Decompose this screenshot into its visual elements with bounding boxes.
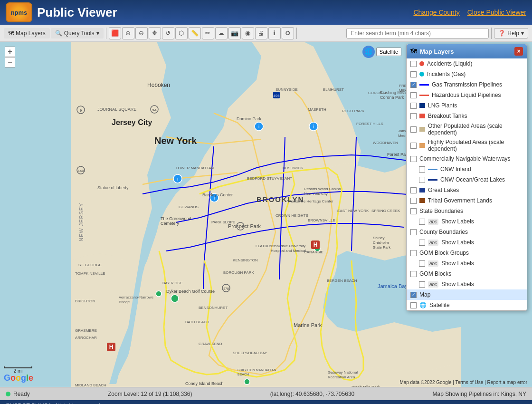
layers-close-btn[interactable]: × [514,47,523,56]
layer-check-incidents[interactable] [410,71,417,77]
layer-check-state_boundaries[interactable] [410,208,417,214]
layer-item-map[interactable]: Map [407,289,527,300]
zoom-controls: + − [5,47,15,67]
print-btn[interactable]: 🖨 [255,27,267,39]
svg-text:495: 495 [273,94,280,98]
layer-color-liquid_pipelines [419,95,429,96]
status-showing: Map Showing Pipelines in: Kings, NY [433,391,526,397]
layer-check-other_populated[interactable] [410,126,417,133]
help-button[interactable]: ❓ Help ▾ [494,28,528,38]
pan-btn[interactable]: ✥ [149,27,161,39]
zoom-out-btn[interactable]: ⊖ [135,27,148,39]
camera-btn[interactable]: 📷 [228,27,241,39]
layer-label-other_populated: Other Populated Areas (scale dependent) [428,123,523,136]
layer-item-state_boundaries[interactable]: State Boundaries [407,206,527,216]
layer-check-gas_pipelines[interactable] [410,82,417,88]
layer-item-cnw_inland[interactable]: CNW Inland [415,164,527,174]
layers-panel: 🗺 Map Layers × Accidents (Liquid)Inciden… [406,44,527,311]
search-input[interactable] [346,28,489,38]
close-viewer-link[interactable]: Close Public Viewer [467,9,526,16]
layer-check-cnw[interactable] [410,156,417,162]
change-county-link[interactable]: Change County [413,9,459,16]
layer-item-tribal[interactable]: Tribal Government Lands [407,195,527,206]
satellite-button[interactable]: Satellite [376,48,401,56]
layer-item-accidents[interactable]: Accidents (Liquid) [407,58,527,69]
query-tools-button[interactable]: 🔍 Query Tools ▾ [51,28,104,38]
status-zoom: Zoom Level: 12 of 19 (1:108,336) [108,391,192,397]
info-btn[interactable]: ℹ [268,27,281,39]
measure-btn[interactable]: 📏 [189,27,201,39]
layer-check-liquid_pipelines[interactable] [410,92,417,98]
toolbar-icon-1[interactable]: 🟥 [109,27,121,39]
layer-check-lng_plants[interactable] [410,103,417,109]
satellite-toggle[interactable]: 🌐 Satellite [362,46,401,58]
layer-color-lng_plants [419,103,425,108]
refresh-btn[interactable]: ↺ [162,27,174,39]
map-container[interactable]: H H H i i i i Hoboken Jersey C [0,42,532,387]
layer-check-gom_block_groups[interactable] [410,250,417,256]
layer-item-cnw[interactable]: Commercially Navigable Waterways [407,154,527,164]
layer-item-state_labels[interactable]: abcShow Labels [415,216,527,227]
layer-check-county_labels[interactable] [419,240,425,246]
layer-item-cnw_ocean[interactable]: CNW Ocean/Great Lakes [415,174,527,185]
layers-header: 🗺 Map Layers × [407,44,527,58]
layer-check-map[interactable] [410,292,417,298]
layer-abc-state_labels: abc [428,219,438,225]
select-btn[interactable]: ⬡ [175,27,188,39]
status-ready: Ready [13,391,30,397]
layer-check-cnw_inland[interactable] [419,166,425,173]
layer-check-breakout_tanks[interactable] [410,113,417,119]
layer-label-gas_pipelines: Gas Transmission Pipelines [432,81,502,88]
layer-check-great_lakes[interactable] [410,187,417,193]
svg-point-10 [255,122,263,131]
layer-check-satellite[interactable] [410,302,417,308]
layer-check-state_labels[interactable] [419,219,425,225]
layer-check-tribal[interactable] [410,198,417,204]
layer-item-liquid_pipelines[interactable]: Hazardous Liquid Pipelines [407,90,527,100]
layer-item-incidents[interactable]: Incidents (Gas) [407,69,527,79]
header-right: Change County Close Public Viewer [413,9,526,16]
layer-item-satellite[interactable]: 🌐Satellite [407,300,527,310]
cloud-btn[interactable]: ☁ [215,27,228,39]
layer-item-highly_populated[interactable]: Highly Populated Areas (scale dependent) [407,137,527,154]
svg-text:BERGEN BEACH: BERGEN BEACH [327,279,357,283]
layer-item-gom_blocks[interactable]: GOM Blocks [407,269,527,279]
zoom-out-map-btn[interactable]: − [5,57,15,67]
svg-text:NEW JERSEY: NEW JERSEY [78,202,84,241]
layer-check-highly_populated[interactable] [410,143,417,149]
layer-check-accidents[interactable] [410,61,417,67]
layer-item-lng_plants[interactable]: LNG Plants [407,100,527,111]
svg-point-16 [210,193,218,202]
layer-check-county_boundaries[interactable] [410,229,417,235]
layer-item-gom_block_labels[interactable]: abcShow Labels [415,258,527,269]
svg-text:Jersey City: Jersey City [112,118,152,126]
zoom-in-map-btn[interactable]: + [5,47,15,57]
layer-item-gom_block_groups[interactable]: GOM Block Groups [407,248,527,258]
google-logo: Google [4,373,33,383]
layer-check-gom_block_labels[interactable] [419,260,425,267]
svg-text:ELMHURST: ELMHURST [323,87,344,92]
svg-rect-4 [311,240,320,249]
layer-check-gom_blocks_labels[interactable] [419,281,425,288]
layer-item-great_lakes[interactable]: Great Lakes [407,185,527,195]
svg-text:SHEEPSHEAD BAY: SHEEPSHEAD BAY [233,351,267,355]
layer-item-breakout_tanks[interactable]: Breakout Tanks [407,111,527,121]
svg-text:BRIGHTON: BRIGHTON [75,299,95,303]
layer-item-county_boundaries[interactable]: County Boundaries [407,227,527,237]
layer-abc-gom_blocks_labels: abc [428,281,438,288]
draw-btn[interactable]: ✏ [202,27,214,39]
layer-check-gom_blocks[interactable] [410,271,417,277]
scale-bar: 2 mi [4,366,32,374]
layer-item-other_populated[interactable]: Other Populated Areas (scale dependent) [407,121,527,137]
layer-item-gom_blocks_labels[interactable]: abcShow Labels [415,279,527,289]
svg-text:State Park: State Park [373,245,391,250]
map-layers-button[interactable]: 🗺 Map Layers [4,28,50,38]
layer-item-county_labels[interactable]: abcShow Labels [415,237,527,248]
svg-text:BRIGHTON MANHATTAN: BRIGHTON MANHATTAN [238,368,276,372]
circle-btn[interactable]: ◉ [242,27,254,39]
recycle-btn[interactable]: ♻ [282,27,294,39]
zoom-in-btn[interactable]: ⊕ [122,27,134,39]
layer-check-cnw_ocean[interactable] [419,177,425,183]
layer-item-gas_pipelines[interactable]: Gas Transmission Pipelines [407,79,527,90]
svg-text:BEDFORD-STUYVESANT: BEDFORD-STUYVESANT [247,176,292,181]
